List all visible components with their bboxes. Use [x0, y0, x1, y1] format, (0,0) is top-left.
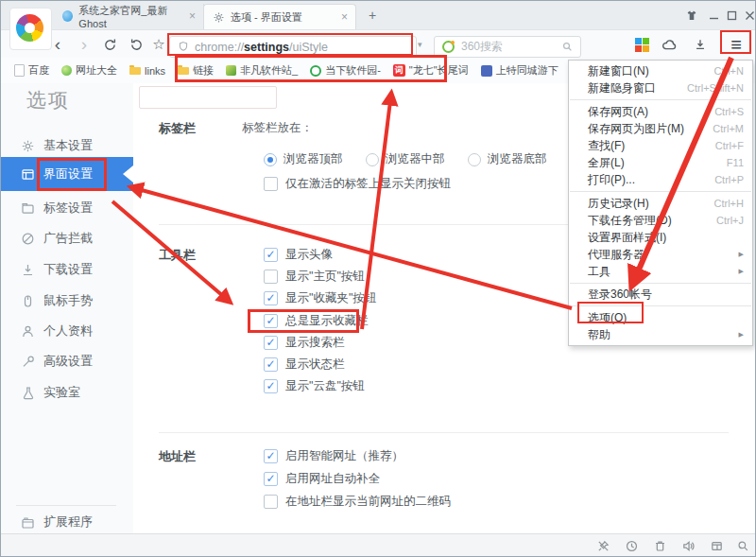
checkbox-show-status-bar[interactable]: ✓ 显示状态栏 [264, 357, 345, 373]
page-icon [14, 64, 25, 77]
maximize-button[interactable] [723, 7, 740, 24]
minimize-button[interactable] [705, 7, 722, 24]
checkbox-control[interactable]: ✓ [264, 291, 278, 305]
restore-session-icon[interactable] [625, 539, 640, 554]
menu-item-save-page-as-image[interactable]: 保存网页为图片(M)Ctrl+M [569, 120, 752, 137]
window-layout-icon[interactable] [710, 539, 725, 554]
checkbox-always-show-bookmarks-bar[interactable]: ✓ 总是显示收藏栏 [264, 313, 369, 329]
checkbox-control[interactable]: ✓ [264, 248, 278, 262]
folder-icon [129, 67, 141, 75]
bookmark-folder-lianjie[interactable]: 链接 [178, 63, 214, 78]
refresh-button[interactable] [98, 30, 121, 59]
radio-control[interactable] [366, 153, 379, 166]
menu-item-save-page[interactable]: 保存网页(A)Ctrl+S [569, 103, 752, 120]
checkbox-show-search-bar[interactable]: ✓ 显示搜索栏 [264, 335, 345, 351]
sprout-icon [226, 65, 236, 76]
bookmark-shangtetongchengyou[interactable]: 上特同城游下 [481, 63, 558, 78]
menu-item-ui-style[interactable]: 设置界面样式(I) [569, 229, 752, 246]
menu-item-new-incognito-window[interactable]: 新建隐身窗口Ctrl+Shift+N [569, 79, 752, 96]
checkbox-show-avatar[interactable]: ✓ 显示头像 [264, 247, 333, 263]
checkbox-close-on-active-tab-only[interactable]: 仅在激活的标签上显示关闭按钮 [264, 176, 451, 192]
bookmark-baidu[interactable]: 百度 [14, 63, 49, 78]
menu-item-print[interactable]: 打印(P)...Ctrl+P [569, 171, 752, 188]
app-grid-icon[interactable] [630, 30, 653, 59]
radio-browser-bottom[interactable]: 浏览器底部 [468, 151, 555, 167]
theme-shirt-icon[interactable] [683, 7, 700, 24]
forward-button[interactable]: › [73, 30, 95, 59]
tab2-close-icon[interactable]: × [341, 11, 348, 23]
checkbox-show-home-button[interactable]: 显示"主页"按钮 [264, 269, 365, 285]
menu-item-proxy-server[interactable]: 代理服务器▶ [569, 246, 752, 263]
checkbox-control[interactable]: ✓ [264, 314, 278, 328]
address-bar[interactable]: chrome://settings/uiStyle [169, 36, 417, 58]
menu-item-history[interactable]: 历史记录(H)Ctrl+H [569, 195, 752, 212]
sidebar-divider [16, 505, 116, 506]
checkbox-show-favorites-button[interactable]: ✓ 显示"收藏夹"按钮 [264, 290, 376, 306]
menu-item-new-window[interactable]: 新建窗口(N)Ctrl+N [569, 62, 752, 79]
page-zoom-icon[interactable] [736, 539, 751, 554]
360-pinwheel-icon [16, 14, 43, 42]
search-box[interactable]: 360搜索 [434, 36, 581, 58]
pin-disabled-icon[interactable] [596, 539, 611, 554]
tab2-label: 选项 - 界面设置 [231, 10, 302, 25]
sidebar-item-tab-settings[interactable]: 标签设置 [1, 199, 133, 218]
sidebar-item-download-settings[interactable]: 下载设置 [1, 260, 133, 279]
menu-separator [570, 191, 751, 192]
tab1-close-icon[interactable]: × [189, 10, 196, 22]
cloud-sync-icon[interactable] [657, 30, 681, 59]
menu-item-fullscreen[interactable]: 全屏(L)F11 [569, 154, 752, 171]
radio-control[interactable] [468, 153, 481, 166]
menu-item-options[interactable]: 选项(O) [569, 309, 752, 326]
radio-control[interactable] [264, 153, 277, 166]
sidebar-item-ad-block[interactable]: 广告拦截 [1, 229, 133, 248]
bookmark-crsky[interactable]: 非凡软件站_ [226, 63, 298, 78]
settings-search-input[interactable] [139, 86, 277, 109]
menu-item-sign-in-360[interactable]: 登录360帐号 [569, 287, 752, 303]
close-button[interactable] [741, 7, 756, 24]
bookmark-folder-links[interactable]: links [129, 65, 165, 77]
menu-item-tools[interactable]: 工具▶ [569, 263, 752, 280]
main-menu-button[interactable]: ≡ [724, 30, 748, 59]
sidebar-item-ui-settings[interactable]: 界面设置 [1, 157, 133, 191]
menu-item-find[interactable]: 查找(F)Ctrl+F [569, 137, 752, 154]
site-shield-icon[interactable] [178, 41, 189, 53]
menu-item-download-manager[interactable]: 下载任务管理(D)Ctrl+J [569, 212, 752, 229]
radio-browser-top[interactable]: 浏览器顶部 [264, 151, 351, 167]
tab-systemhome[interactable]: 系统之家官网_最新Ghost × [54, 4, 204, 28]
menu-item-help[interactable]: 帮助▶ [569, 326, 752, 343]
checkbox-control[interactable]: ✓ [264, 357, 278, 372]
checkbox-url-autocomplete[interactable]: ✓ 启用网址自动补全 [264, 471, 380, 487]
bookmark-site-directory[interactable]: 网址大全 [61, 63, 117, 78]
new-tab-button[interactable]: + [363, 7, 382, 24]
trash-icon[interactable] [653, 539, 668, 554]
checkbox-control[interactable] [264, 177, 278, 191]
sidebar-item-profile[interactable]: 个人资料 [1, 322, 133, 340]
sidebar-item-advanced-settings[interactable]: 高级设置 [1, 352, 133, 371]
search-magnifier-icon[interactable] [561, 41, 574, 53]
checkbox-control[interactable]: ✓ [264, 449, 278, 463]
submenu-arrow-icon: ▶ [739, 331, 744, 339]
checkbox-control[interactable]: ✓ [264, 336, 278, 350]
checkbox-control[interactable] [264, 495, 278, 509]
checkbox-control[interactable] [264, 270, 278, 284]
browser-window: 系统之家官网_最新Ghost × 选项 - 界面设置 × + ‹ › [0, 0, 756, 557]
checkbox-smart-url[interactable]: ✓ 启用智能网址（推荐） [264, 448, 404, 464]
menu-separator [570, 283, 751, 284]
bookmark-longtail-words[interactable]: 词"龙七"长尾词 [393, 63, 469, 78]
download-manager-icon[interactable] [689, 30, 712, 59]
checkbox-show-qrcode[interactable]: 在地址栏显示当前网址的二维码 [264, 494, 451, 510]
sidebar-item-basic-settings[interactable]: 基本设置 [1, 136, 133, 155]
sidebar-item-lab[interactable]: 实验室 [1, 383, 133, 402]
undo-closed-tab-button[interactable] [125, 30, 147, 59]
tab-options-active[interactable]: 选项 - 界面设置 × [203, 4, 356, 29]
radio-browser-middle[interactable]: 浏览器中部 [366, 151, 453, 167]
checkbox-control[interactable]: ✓ [264, 472, 278, 486]
speaker-icon[interactable] [681, 539, 696, 554]
address-dropdown-icon[interactable]: ▾ [418, 30, 422, 59]
checkbox-show-cloud-drive-button[interactable]: ✓ 显示"云盘"按钮 [264, 378, 365, 394]
bookmark-downxia[interactable]: 当下软件园- [310, 63, 381, 78]
sidebar-item-extensions[interactable]: 扩展程序 [1, 513, 133, 531]
favorite-star-icon[interactable]: ☆ [148, 30, 169, 59]
sidebar-item-mouse-gesture[interactable]: 鼠标手势 [1, 291, 133, 310]
checkbox-control[interactable]: ✓ [264, 379, 278, 393]
